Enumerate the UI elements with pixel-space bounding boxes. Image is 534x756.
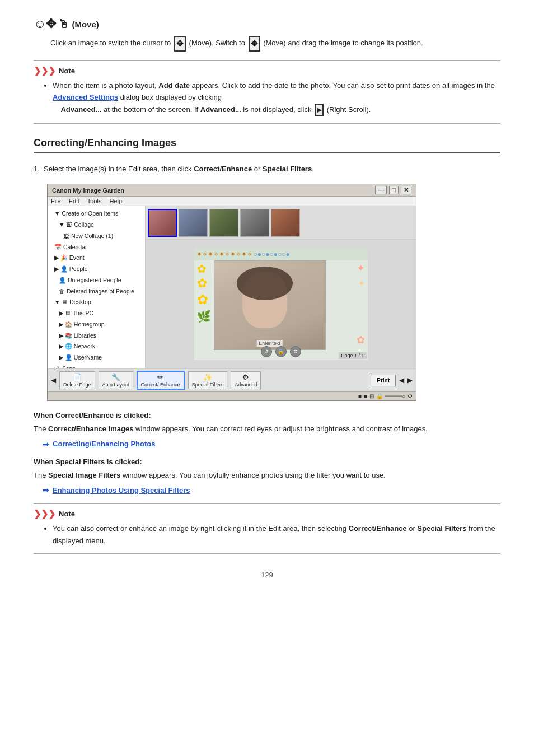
- sidebar-homegroup[interactable]: ▶ 🏠 Homegroup: [48, 319, 145, 330]
- sidebar-username[interactable]: ▶ 👤 UserName: [48, 352, 145, 363]
- sidebar-scan[interactable]: 🖨 Scan: [48, 363, 145, 369]
- status-icon-4: 🔒: [376, 393, 383, 399]
- close-button[interactable]: ✕: [401, 186, 411, 194]
- sidebar-people[interactable]: ▶ 👤 People: [48, 264, 145, 275]
- correct-enhance-icon: ✏: [157, 373, 163, 381]
- menu-file[interactable]: File: [51, 198, 61, 204]
- photo-thumb-4[interactable]: [240, 209, 269, 237]
- hair-top: [237, 267, 293, 300]
- arrow-left-button[interactable]: ◀: [399, 376, 404, 384]
- sidebar-deleted-images[interactable]: 🗑 Deleted Images of People: [48, 286, 145, 297]
- auto-layout-label: Auto Layout: [102, 382, 129, 388]
- sidebar-desktop[interactable]: ▼ 🖥 Desktop: [48, 297, 145, 308]
- app-titlebar-controls[interactable]: — □ ✕: [375, 186, 411, 194]
- note-header-1: ❯❯❯ Note: [34, 66, 500, 76]
- note-title-2: Note: [59, 510, 75, 518]
- move-inline-icon1: ✥: [174, 36, 186, 52]
- special-filters-label: Special Filters: [192, 382, 224, 388]
- note-box-1: ❯❯❯ Note When the item is a photo layout…: [34, 60, 500, 124]
- deco-bar: ✦✧✦✧✦✧✦✧✦✧ ○●○●○●○○●: [194, 248, 368, 260]
- main-photo-area: ✦✧✦✧✦✧✦✧✦✧ ○●○●○●○○● ✿ ✿ ✿ 🌿 ✦ ✦ ✿: [146, 240, 416, 368]
- move-section-header: ☺✥ 🖱 (Move): [34, 17, 500, 31]
- app-window: Canon My Image Garden — □ ✕ File Edit To…: [47, 184, 416, 401]
- correcting-link-row: ➡ Correcting/Enhancing Photos: [43, 440, 500, 449]
- enhancing-link[interactable]: Enhancing Photos Using Special Filters: [53, 486, 190, 494]
- status-slider[interactable]: ━━━━━○: [385, 393, 405, 399]
- app-menubar: File Edit Tools Help: [48, 197, 416, 206]
- delete-page-icon: 📄: [73, 373, 82, 381]
- note-header-2: ❯❯❯ Note: [34, 508, 500, 519]
- rotate-icon[interactable]: ↺: [261, 346, 272, 357]
- maximize-button[interactable]: □: [389, 186, 399, 194]
- photo-frame: ✦✧✦✧✦✧✦✧✦✧ ○●○●○●○○● ✿ ✿ ✿ 🌿 ✦ ✦ ✿: [194, 248, 368, 360]
- arrow-right-button[interactable]: ▶: [407, 376, 413, 384]
- photo-thumb-1[interactable]: [148, 209, 177, 237]
- star-deco-1: ✿: [197, 262, 207, 276]
- sidebar-new-collage[interactable]: 🖼 New Collage (1): [48, 231, 145, 242]
- star-deco-r1: ✦: [357, 262, 365, 274]
- scroll-left-icon[interactable]: ◀: [51, 376, 56, 384]
- deco-leaves: 🌿: [197, 310, 211, 323]
- page-number: 129: [34, 571, 500, 579]
- app-bottom-bar: ◀ 📄 Delete Page 🔧 Auto Layout ✏ Correct/…: [48, 368, 416, 391]
- menu-tools[interactable]: Tools: [87, 198, 102, 204]
- note-arrows-icon-2: ❯❯❯: [34, 508, 55, 519]
- arrow-link-icon-1: ➡: [43, 440, 49, 449]
- move-description: Click an image to switch the cursor to ✥…: [50, 36, 500, 52]
- move-title: (Move): [72, 20, 99, 29]
- section-heading: Correcting/Enhancing Images: [34, 137, 500, 153]
- app-sidebar: ▼ Create or Open Items ▼ 🖼 Collage 🖼 New…: [48, 206, 146, 368]
- sidebar-this-pc[interactable]: ▶ 🖥 This PC: [48, 308, 145, 319]
- move-inline-icon2: ✥: [249, 36, 260, 52]
- advanced-button[interactable]: ⚙ Advanced: [231, 371, 261, 389]
- star-deco-r3: ✿: [357, 334, 365, 346]
- app-title: Canon My Image Garden: [52, 187, 124, 194]
- app-titlebar: Canon My Image Garden — □ ✕: [48, 184, 416, 197]
- note-content-2: You can also correct or enhance an image…: [43, 522, 500, 547]
- star-deco-3: ✿: [197, 292, 208, 307]
- sidebar-libraries[interactable]: ▶ 📚 Libraries: [48, 330, 145, 342]
- delete-page-button[interactable]: 📄 Delete Page: [59, 371, 95, 389]
- page-indicator: Page 1 / 1: [339, 352, 366, 359]
- sidebar-unregistered-people[interactable]: 👤 Unregistered People: [48, 275, 145, 286]
- status-icon-2: ■: [364, 393, 367, 399]
- move-icon: ☺✥: [34, 17, 56, 31]
- sidebar-event[interactable]: ▶ 🎉 Event: [48, 253, 145, 264]
- note-content-1: When the item is a photo layout, Add dat…: [43, 80, 500, 116]
- step-1: 1. Select the image(s) in the Edit area,…: [34, 164, 500, 175]
- photo-thumb-5[interactable]: [271, 209, 300, 237]
- step-number: 1.: [34, 165, 44, 173]
- move-icon-cursor: 🖱: [58, 18, 69, 31]
- sidebar-collage[interactable]: ▼ 🖼 Collage: [48, 220, 145, 231]
- photo-thumb-2[interactable]: [179, 209, 208, 237]
- girl-photo: Enter text: [214, 260, 326, 350]
- sidebar-create-open[interactable]: ▼ Create or Open Items: [48, 208, 145, 220]
- photo-strip: [146, 206, 416, 240]
- menu-edit[interactable]: Edit: [69, 198, 79, 204]
- correct-enhance-heading: When Correct/Enhance is clicked:: [34, 411, 500, 419]
- advanced-settings-link[interactable]: Advanced Settings: [53, 93, 118, 101]
- star-deco-2: ✿: [197, 276, 207, 291]
- sidebar-calendar[interactable]: 📅 Calendar: [48, 242, 145, 253]
- delete-page-label: Delete Page: [63, 382, 91, 388]
- status-icon-1: ■: [358, 393, 362, 399]
- advanced-icon: ⚙: [242, 373, 249, 381]
- photo-toolbar: ↺ 🔒 ⚙: [261, 346, 301, 357]
- correct-enhance-button[interactable]: ✏ Correct/ Enhance: [137, 371, 185, 390]
- lock-icon[interactable]: 🔒: [275, 346, 287, 357]
- sidebar-network[interactable]: ▶ 🌐 Network: [48, 341, 145, 352]
- settings-icon2[interactable]: ⚙: [290, 346, 301, 357]
- special-filters-heading: When Special Filters is clicked:: [34, 458, 500, 466]
- minimize-button[interactable]: —: [375, 186, 387, 194]
- print-button[interactable]: Print: [371, 375, 396, 386]
- special-filters-button[interactable]: ✨ Special Filters: [188, 371, 228, 389]
- auto-layout-button[interactable]: 🔧 Auto Layout: [99, 371, 133, 389]
- note-box-2: ❯❯❯ Note You can also correct or enhance…: [34, 503, 500, 554]
- special-filters-icon: ✨: [203, 373, 212, 381]
- correcting-link[interactable]: Correcting/Enhancing Photos: [53, 440, 155, 448]
- note-arrows-icon: ❯❯❯: [34, 66, 55, 76]
- auto-layout-icon: 🔧: [111, 373, 120, 381]
- correct-enhance-body: The Correct/Enhance Images window appear…: [34, 423, 500, 435]
- photo-thumb-3[interactable]: [209, 209, 238, 237]
- menu-help[interactable]: Help: [109, 198, 122, 204]
